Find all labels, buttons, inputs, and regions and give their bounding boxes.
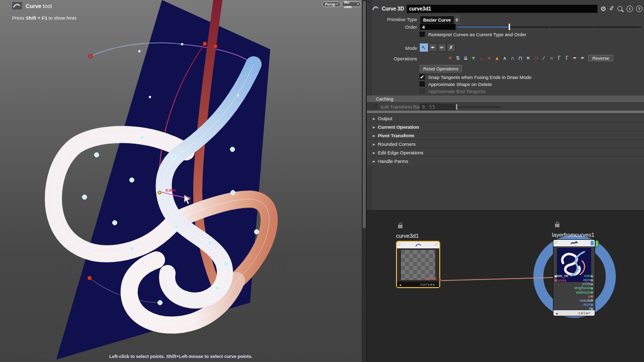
scrollbar-thumb[interactable]	[363, 1, 366, 228]
operation-icon-14[interactable]: ○	[548, 54, 556, 62]
output-port-uv[interactable]: uv	[588, 295, 595, 299]
primitive-type-label: Primitive Type	[367, 17, 417, 22]
expand-triangle-icon[interactable]: ▲	[399, 283, 401, 286]
operation-icon-9[interactable]: ∩	[509, 54, 517, 62]
operation-icon-1[interactable]: ✕	[446, 54, 454, 62]
lock-icon	[555, 224, 559, 227]
spinner-icon[interactable]	[454, 16, 459, 24]
soft-radius-value: 0.050	[166, 188, 176, 193]
operation-icon-3[interactable]: ⇊	[462, 54, 470, 62]
operation-icon-11[interactable]: ✕	[524, 54, 532, 62]
checkbox-label: Approximate Shape on Delete	[428, 81, 492, 87]
operation-icon-4[interactable]: ▼	[470, 54, 478, 62]
mode-select-button[interactable]: ↖	[420, 43, 428, 52]
help-icon[interactable]: ?	[636, 6, 642, 12]
chevron-down-icon: ▾	[337, 3, 338, 6]
section-rounded-corners[interactable]: ▶Rounded Corners	[367, 139, 644, 148]
operation-icon-16[interactable]: Γ	[564, 54, 572, 62]
input-port-curves[interactable]: curves	[553, 279, 567, 283]
node-titlebar[interactable]: ∕∕ ∕∕	[397, 242, 439, 248]
scene-viewport[interactable]: Curve tool Press Shift + F1 to show hint…	[0, 0, 362, 362]
collapse-arrow-icon[interactable]: ▼	[367, 1, 370, 4]
node-titlebar[interactable]: ∕∕	[553, 240, 595, 246]
chevron-right-icon: ▶	[373, 159, 378, 163]
soft-transform-checkbox[interactable]	[373, 104, 378, 109]
soft-transform-input[interactable]: 0.55	[420, 104, 456, 110]
operation-icon-18[interactable]: ✒	[579, 54, 587, 62]
node-title-layerfromcurves1[interactable]: layerfromcurves1	[552, 232, 594, 238]
mode-insert-button[interactable]: ✒	[429, 43, 437, 52]
parameter-panel: ▼ Curve 3D ⚙ ✐ i ? Primitive Type Bezier…	[366, 0, 644, 362]
info-icon[interactable]: i	[626, 6, 633, 12]
chevron-right-icon: ▶	[373, 117, 378, 120]
output-port-lengthcolor[interactable]: lengthcolor	[575, 286, 595, 290]
operation-icon-15[interactable]: Γ	[555, 54, 564, 62]
section-label: Handle Parms	[378, 158, 408, 164]
operation-icon-2[interactable]: ⇅	[454, 54, 462, 62]
section-output[interactable]: ▶Output	[367, 114, 644, 123]
chevron-down-icon: ▾	[357, 3, 359, 6]
perspective-menu-button[interactable]: Persp▾	[322, 2, 341, 7]
input-port-size_ref[interactable]: size_ref	[553, 274, 569, 278]
operation-icon-17[interactable]: ✒	[571, 54, 579, 62]
tool-title: Curve	[26, 3, 41, 9]
gear-icon[interactable]: ⚙	[600, 6, 606, 12]
operation-icon-12[interactable]: □	[532, 54, 540, 62]
operation-icon-10[interactable]: ⊓	[517, 54, 525, 62]
operation-icon-8[interactable]: ∧	[501, 54, 509, 62]
output-port-uvscale[interactable]: uvscale	[580, 299, 595, 303]
output-port-depth[interactable]: depth	[583, 303, 595, 307]
operation-icon-5[interactable]: ↔	[477, 54, 486, 62]
node-curve3d1[interactable]: ∕∕ ∕∕ curves ▲ curves	[396, 241, 440, 288]
node-name-input[interactable]	[407, 5, 598, 13]
section-edit-edge-operations[interactable]: ▶Edit Edge Operations	[367, 148, 644, 157]
reinterpret-checkbox[interactable]	[420, 32, 425, 37]
checkbox[interactable]	[420, 88, 425, 94]
reset-operations-button[interactable]: Reset Operations	[420, 65, 462, 72]
chevron-right-icon: ▶	[373, 125, 378, 129]
chevron-right-icon: ▶	[373, 134, 378, 137]
status-hint: Left-click to select points. Shift+Left-…	[0, 354, 362, 359]
chevron-right-icon: ▶	[373, 142, 378, 146]
selected-point[interactable]	[158, 191, 161, 194]
output-port-curves[interactable]	[439, 279, 441, 281]
node-layerfromcurves1[interactable]: ∕∕ size_refcurves coloralphaprofilelengt…	[553, 239, 595, 316]
primitive-type-select[interactable]: Bezier Curve	[420, 16, 460, 24]
order-input[interactable]: 4	[420, 24, 456, 30]
section-handle-parms[interactable]: ▶Handle Parms	[367, 156, 644, 165]
expand-triangle-icon[interactable]: ▲	[556, 311, 558, 315]
mode-group: ↖✒✏✗	[420, 43, 455, 52]
flag-icon[interactable]	[591, 241, 594, 245]
tool-title-rest: tool	[41, 3, 52, 9]
viewport-scrollbar[interactable]	[362, 0, 366, 362]
checkbox[interactable]	[420, 81, 425, 86]
operation-icon-13[interactable]: ∕	[540, 54, 548, 62]
search-icon[interactable]	[617, 6, 622, 11]
node-title-curve3d1[interactable]: curve3d1	[396, 233, 419, 239]
brush-icon[interactable]: ✐	[609, 5, 615, 12]
output-port-alpha[interactable]: alpha	[583, 278, 595, 282]
camera-menu-button[interactable]: No cam▾	[342, 2, 361, 7]
mode-draw-button[interactable]: ✏	[438, 43, 446, 52]
operations-icons: ✕⇅⇊▼↔≍▲∧∩⊓✕□∕○ΓΓ✒✒	[446, 54, 587, 62]
order-slider-handle[interactable]	[509, 24, 510, 30]
mode-delete-button[interactable]: ✗	[447, 43, 455, 52]
output-port-widthcolor[interactable]: widthcolor	[576, 291, 595, 295]
node-preview-transparent	[401, 250, 435, 280]
output-port-profile[interactable]: profile	[582, 282, 595, 286]
mode-label: Mode	[367, 45, 417, 51]
section-pivot-transform[interactable]: ▶Pivot Transform	[367, 131, 644, 140]
soft-transform-slider[interactable]	[457, 107, 501, 108]
network-editor[interactable]: curve3d1 ∕∕ ∕∕ curves ▲ curves layerfrom…	[367, 210, 644, 362]
section-current-operation[interactable]: ▶Current Operation	[367, 122, 644, 131]
reverse-button[interactable]: Reverse	[588, 55, 613, 61]
node-footer: ▲ curves	[397, 282, 439, 287]
output-port-color[interactable]: color	[584, 274, 595, 278]
template-flag[interactable]	[595, 240, 599, 247]
primitive-type-row: Primitive Type Bezier Curve	[367, 16, 644, 23]
caching-section-bar[interactable]: Caching	[367, 96, 644, 102]
checkbox[interactable]: ✔	[420, 74, 425, 79]
active-tool-badge: Curve tool	[12, 2, 52, 10]
operation-icon-6[interactable]: ≍	[486, 54, 494, 62]
operation-icon-7[interactable]: ▲	[493, 54, 501, 62]
